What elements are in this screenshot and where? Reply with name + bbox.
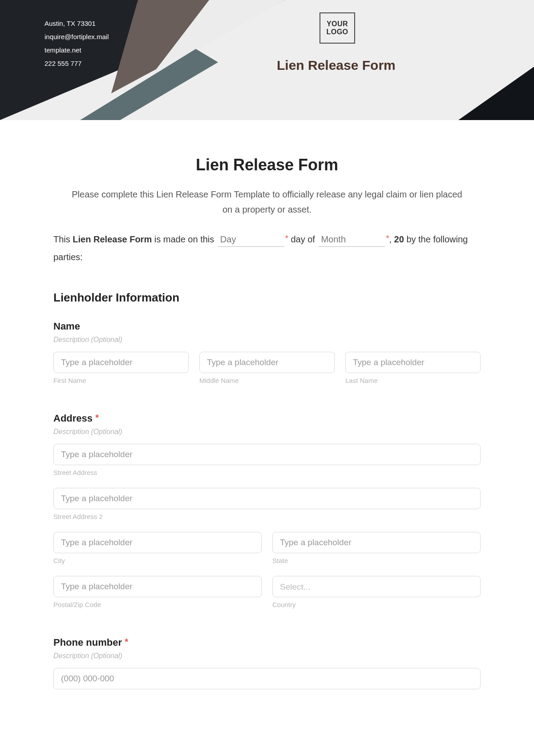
svg-marker-4 [458, 67, 534, 120]
contact-phone: 222 555 777 [44, 57, 109, 70]
state-sublabel: State [272, 557, 481, 564]
name-label: Name [53, 321, 481, 332]
city-sublabel: City [53, 557, 262, 564]
document-header: Austin, TX 73301 inquire@fortiplex.mail … [0, 0, 534, 120]
logo-placeholder: YOUR LOGO [320, 12, 355, 44]
address-group: Address * Description (Optional) Street … [53, 413, 481, 617]
city-input[interactable] [53, 532, 262, 553]
month-input[interactable] [318, 233, 385, 247]
sentence-part: day of [288, 234, 318, 244]
address-label: Address * [53, 413, 481, 424]
required-star: * [285, 234, 288, 243]
phone-input[interactable] [53, 668, 481, 689]
country-sublabel: Country [272, 601, 481, 608]
form-description: Please complete this Lien Release Form T… [71, 187, 463, 217]
last-name-input[interactable] [345, 352, 481, 373]
state-input[interactable] [272, 532, 481, 553]
logo-text-1: YOUR [326, 20, 348, 28]
day-input[interactable] [218, 233, 284, 247]
first-name-input[interactable] [53, 352, 189, 373]
phone-group: Phone number * Description (Optional) [53, 637, 481, 689]
address-label-text: Address [53, 413, 93, 424]
street1-sublabel: Street Address [53, 469, 481, 476]
postal-sublabel: Postal/Zip Code [53, 601, 262, 608]
intro-sentence: This Lien Release Form is made on this *… [53, 230, 481, 266]
lienholder-heading: Lienholder Information [53, 291, 481, 305]
country-select[interactable]: Select... [272, 576, 481, 597]
sentence-part: This [53, 234, 73, 244]
first-name-sublabel: First Name [53, 377, 189, 384]
logo-text-2: LOGO [326, 28, 348, 36]
contact-email: inquire@fortiplex.mail [44, 30, 109, 44]
year-prefix: 20 [394, 234, 404, 244]
contact-website: template.net [44, 44, 109, 57]
required-star: * [125, 637, 128, 647]
sentence-part: , [389, 234, 394, 244]
last-name-sublabel: Last Name [345, 377, 481, 384]
street2-sublabel: Street Address 2 [53, 513, 481, 520]
middle-name-sublabel: Middle Name [199, 377, 335, 384]
phone-optional: Description (Optional) [53, 652, 481, 660]
contact-address: Austin, TX 73301 [44, 17, 109, 30]
postal-input[interactable] [53, 576, 262, 597]
header-contact: Austin, TX 73301 inquire@fortiplex.mail … [44, 17, 109, 70]
required-star: * [95, 413, 99, 422]
phone-label: Phone number * [53, 637, 481, 648]
sentence-part: is made on this [152, 234, 217, 244]
middle-name-input[interactable] [199, 352, 335, 373]
phone-label-text: Phone number [53, 637, 122, 648]
street2-input[interactable] [53, 488, 481, 509]
address-optional: Description (Optional) [53, 428, 481, 436]
name-optional: Description (Optional) [53, 336, 481, 344]
header-title: Lien Release Form [277, 58, 396, 73]
form-title: Lien Release Form [53, 156, 481, 174]
sentence-bold: Lien Release Form [73, 234, 152, 244]
form-body: Lien Release Form Please complete this L… [0, 120, 534, 727]
street1-input[interactable] [53, 444, 481, 465]
name-group: Name Description (Optional) First Name M… [53, 321, 481, 393]
